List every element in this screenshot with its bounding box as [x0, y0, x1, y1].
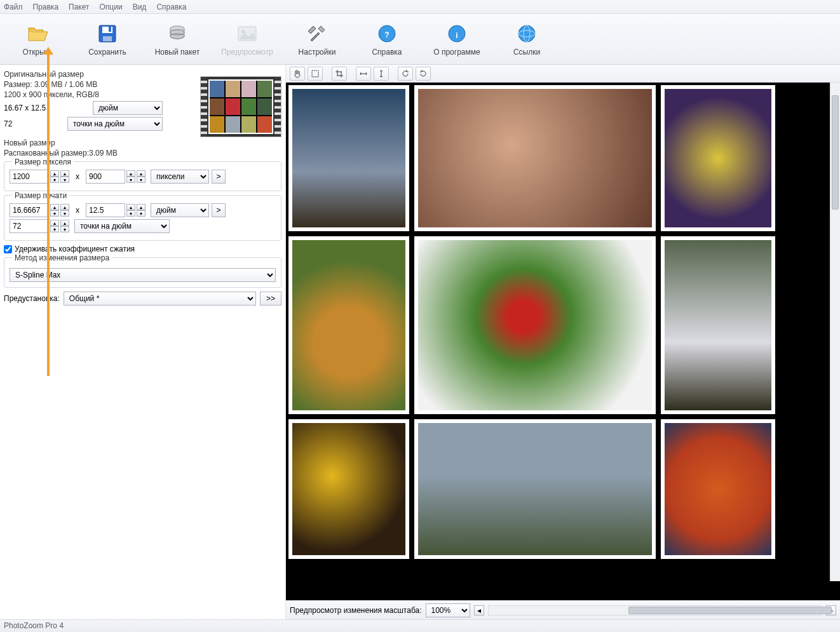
x-separator: x — [76, 172, 79, 181]
pw-up[interactable]: ▲ — [50, 204, 59, 210]
horizontal-scrollbar[interactable] — [488, 605, 822, 615]
print-dpi-input[interactable] — [10, 219, 49, 233]
svg-point-13 — [518, 25, 535, 42]
height-up[interactable]: ▲ — [126, 170, 135, 177]
hand-tool-button[interactable] — [290, 67, 305, 81]
print-size-legend: Размер печати — [12, 191, 69, 200]
globe-icon — [515, 22, 538, 45]
pd-up[interactable]: ▲ — [50, 220, 59, 226]
preview-photo — [288, 236, 409, 414]
scroll-left-button[interactable]: ◂ — [474, 605, 484, 615]
info-icon: i — [445, 22, 468, 45]
print-unit-select[interactable]: дюйм — [151, 203, 209, 217]
links-button[interactable]: Ссылки — [492, 16, 562, 63]
print-height-input[interactable] — [86, 203, 125, 217]
pixel-size-group: Размер пикселя ▲▼ ▲▼ x ▲▼ ▲▼ пиксели > — [4, 161, 281, 191]
toolbar: Открыть Сохранить Новый пакет Предпросмо… — [0, 14, 840, 65]
links-label: Ссылки — [513, 48, 540, 57]
image-thumbnail[interactable] — [200, 76, 281, 137]
menu-batch[interactable]: Пакет — [69, 3, 89, 11]
pw-down[interactable]: ▼ — [50, 210, 59, 217]
preview-label: Предпросмотр — [221, 48, 273, 57]
svg-text:i: i — [456, 31, 457, 40]
svg-rect-3 — [109, 27, 111, 32]
crop-tool-button[interactable] — [332, 67, 347, 81]
rotate-right-button[interactable] — [416, 67, 431, 81]
preview-button[interactable]: Предпросмотр — [212, 16, 282, 63]
vertical-scrollbar[interactable] — [830, 83, 840, 581]
print-dpi-unit-select[interactable]: точки на дюйм — [74, 219, 170, 233]
pd-bdown[interactable]: ▼ — [60, 226, 69, 232]
preset-select[interactable]: Общий * — [64, 292, 256, 306]
flip-horizontal-button[interactable] — [356, 67, 371, 81]
width-down[interactable]: ▼ — [50, 177, 59, 183]
pixel-more-button[interactable]: > — [212, 170, 226, 184]
folder-open-icon — [26, 22, 49, 45]
pixel-size-legend: Размер пикселя — [12, 158, 74, 166]
open-button[interactable]: Открыть — [3, 16, 72, 63]
preview-area[interactable] — [286, 83, 840, 600]
menu-file[interactable]: Файл — [4, 3, 23, 11]
print-size-group: Размер печати ▲▼ ▲▼ x ▲▼ ▲▼ дюйм > ▲▼ ▲▼ — [4, 195, 281, 241]
preview-photo — [661, 85, 775, 231]
menu-view[interactable]: Вид — [133, 3, 147, 11]
width-input[interactable] — [10, 170, 49, 184]
height-big-up[interactable]: ▲ — [137, 170, 146, 177]
statusbar: PhotoZoom Pro 4 — [0, 619, 840, 632]
save-button[interactable]: Сохранить — [72, 16, 142, 63]
original-print-unit-select[interactable]: дюйм — [93, 101, 163, 115]
width-up[interactable]: ▲ — [50, 170, 59, 177]
help-label: Справка — [372, 48, 402, 57]
help-icon: ? — [376, 22, 398, 45]
menu-help[interactable]: Справка — [156, 3, 186, 11]
keep-ratio-label: Удерживать коэффициент сжатия — [15, 245, 135, 253]
height-input[interactable] — [86, 170, 125, 184]
help-button[interactable]: ? Справка — [352, 16, 422, 63]
marquee-tool-button[interactable] — [308, 67, 323, 81]
height-down[interactable]: ▼ — [126, 177, 135, 183]
rotate-left-button[interactable] — [398, 67, 413, 81]
print-more-button[interactable]: > — [212, 203, 226, 217]
new-batch-button[interactable]: Новый пакет — [142, 16, 212, 63]
preset-more-button[interactable]: >> — [260, 292, 281, 306]
tools-icon — [306, 22, 329, 45]
svg-point-8 — [241, 30, 245, 34]
about-label: О программе — [433, 48, 480, 57]
pd-down[interactable]: ▼ — [50, 226, 59, 232]
keep-ratio-checkbox[interactable] — [4, 245, 12, 253]
right-panel: Предпросмотр изменения масштаба: 100% ◂ … — [286, 65, 840, 619]
menu-edit[interactable]: Правка — [33, 3, 59, 11]
original-dpi-unit-select[interactable]: точки на дюйм — [67, 117, 163, 131]
ph-bdown[interactable]: ▼ — [137, 210, 146, 217]
settings-button[interactable]: Настройки — [282, 16, 352, 63]
print-width-input[interactable] — [10, 203, 49, 217]
annotation-arrow — [47, 53, 50, 376]
width-big-up[interactable]: ▲ — [60, 170, 69, 177]
resize-method-group: Метод изменения размера S-Spline Max — [4, 257, 281, 288]
ph-down[interactable]: ▼ — [126, 210, 135, 217]
width-field: ▲▼ ▲▼ — [10, 170, 69, 184]
preview-photo — [661, 419, 775, 559]
unpacked-size: Распакованный размер:3.09 MB — [4, 149, 281, 158]
flip-vertical-button[interactable] — [374, 67, 389, 81]
pixel-unit-select[interactable]: пиксели — [151, 170, 209, 184]
zoom-label: Предпросмотр изменения масштаба: — [290, 606, 422, 615]
zoom-select[interactable]: 100% — [426, 603, 470, 617]
ph-bup[interactable]: ▲ — [137, 204, 146, 210]
height-big-down[interactable]: ▼ — [137, 177, 146, 183]
preview-photo — [288, 85, 409, 231]
pw-bdown[interactable]: ▼ — [60, 210, 69, 217]
menu-options[interactable]: Опции — [100, 3, 123, 11]
new-size-title: Новый размер — [4, 138, 281, 147]
preview-photo — [414, 236, 656, 414]
ph-up[interactable]: ▲ — [126, 204, 135, 210]
pw-bup[interactable]: ▲ — [60, 204, 69, 210]
save-label: Сохранить — [88, 48, 126, 57]
new-batch-label: Новый пакет — [155, 48, 200, 57]
pd-bup[interactable]: ▲ — [60, 220, 69, 226]
image-preview-icon — [236, 22, 259, 45]
about-button[interactable]: i О программе — [422, 16, 492, 63]
original-dpi: 72 — [4, 119, 67, 128]
preview-photo — [288, 419, 409, 559]
width-big-down[interactable]: ▼ — [60, 177, 69, 183]
